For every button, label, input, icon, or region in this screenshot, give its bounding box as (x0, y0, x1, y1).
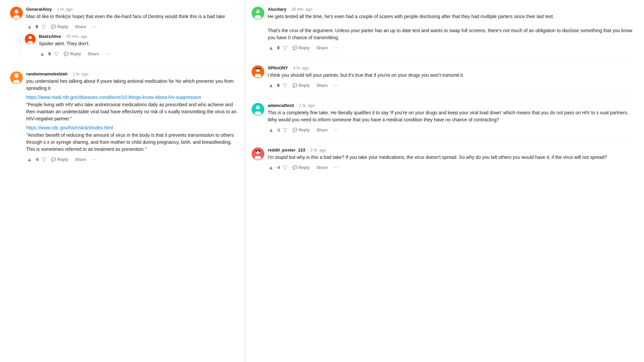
comment-adamcatford: adamcatford · 2 hr. ago This is a comple… (252, 103, 634, 134)
link1-random[interactable]: https://www.niaid.nih.gov/diseases-condi… (26, 95, 238, 100)
time-spooony: 4 hr. ago (293, 66, 309, 70)
username-adamcatford: adamcatford (268, 103, 294, 108)
quote2-random: "Another benefit of reducing the amount … (26, 132, 238, 153)
divider-right-1 (252, 58, 634, 59)
upvote-btn-spooony[interactable]: ▲ (268, 82, 274, 89)
comment-header-alucitary: Alucitary · 35 min. ago (268, 7, 634, 12)
comment-body-beatsAlive: BeatsAlive · 55 min. ago Spoiler alert. … (39, 34, 238, 58)
timestamp-generalAloy: · (54, 7, 55, 12)
username-redditposter: reddit_poster_123 (268, 147, 305, 153)
bubble-icon-beatsAlive: 💬 (64, 52, 69, 56)
downvote-btn-random[interactable]: ▽ (41, 156, 46, 163)
actions-beatsAlive: ▲ 6 ▽ 💬 Reply Share ··· (39, 50, 238, 58)
vote-section-beatsAlive: ▲ 6 ▽ (39, 50, 59, 58)
comment-header-random: randomnamebsblah · 1 hr. ago (26, 71, 238, 76)
upvote-btn-generalAloy[interactable]: ▲ (26, 23, 33, 31)
comment-thread-adamcatford: adamcatford · 2 hr. ago This is a comple… (252, 103, 634, 134)
bubble-icon-random: 💬 (51, 157, 56, 162)
divider-left (10, 64, 238, 65)
comment-redditposter: reddit_poster_123 · 2 hr. ago I'm stupid… (252, 147, 634, 171)
comment-thread-redditposter: reddit_poster_123 · 2 hr. ago I'm stupid… (252, 147, 634, 171)
avatar-generalAloy (10, 7, 23, 19)
share-btn-spooony[interactable]: Share (315, 82, 330, 89)
svg-point-14 (256, 10, 257, 11)
vote-section-random: ▲ -8 ▽ (26, 156, 46, 163)
share-btn-generalAloy[interactable]: Share (73, 23, 88, 31)
share-btn-beatsAlive[interactable]: Share (86, 50, 101, 58)
vote-section-generalAloy: ▲ 9 ▽ (26, 23, 46, 31)
username-random: randomnamebsblah (26, 71, 68, 76)
vote-count-redditposter: -4 (276, 165, 281, 170)
downvote-btn-alucitary[interactable]: ▽ (282, 44, 288, 52)
vote-count-random: -8 (34, 157, 40, 162)
text-redditposter: I'm stupid but why is this a bad take? I… (268, 154, 634, 161)
actions-adamcatford: ▲ -1 ▽ 💬 Reply Share ··· (268, 126, 634, 134)
reply-btn-spooony[interactable]: 💬 Reply (290, 82, 312, 89)
reply-btn-beatsAlive[interactable]: 💬 Reply (62, 50, 83, 58)
time-adamcatford: 2 hr. ago (299, 103, 315, 108)
comment-thread-random: randomnamebsblah · 1 hr. ago you underst… (10, 71, 238, 163)
share-btn-alucitary[interactable]: Share (315, 44, 330, 52)
downvote-btn-adamcatford[interactable]: ▽ (282, 126, 288, 134)
avatar-adamcatford (252, 103, 264, 116)
vote-count-beatsAlive: 6 (47, 52, 52, 56)
upvote-btn-alucitary[interactable]: ▲ (268, 44, 274, 52)
svg-point-23 (256, 106, 260, 110)
avatar-redditposter (252, 147, 264, 160)
reply-btn-generalAloy[interactable]: 💬 Reply (49, 23, 70, 31)
vote-count-adamcatford: -1 (276, 128, 281, 132)
upvote-btn-random[interactable]: ▲ (26, 156, 33, 163)
link2-random[interactable]: https://www.cdc.gov/hiv/risk/art/index.h… (26, 125, 238, 130)
text-generalAloy: Man Id like to think(or hope) that even … (26, 13, 238, 20)
vote-section-redditposter: ▲ -4 ▽ (268, 164, 288, 171)
comment-alucitary: Alucitary · 35 min. ago He gets tested a… (252, 7, 634, 52)
bubble-icon-redditposter: 💬 (292, 165, 298, 170)
more-btn-alucitary[interactable]: ··· (332, 44, 339, 52)
avatar-alucitary (252, 7, 264, 19)
downvote-btn-redditposter[interactable]: ▽ (282, 164, 288, 171)
avatar-beatsAlive (25, 34, 36, 45)
more-btn-beatsAlive[interactable]: ··· (104, 50, 111, 58)
vote-count-spooony: 9 (276, 83, 281, 88)
reply-btn-random[interactable]: 💬 Reply (49, 156, 70, 163)
svg-point-4 (17, 10, 18, 11)
divider-right-3 (252, 140, 634, 141)
actions-redditposter: ▲ -4 ▽ 💬 Reply Share ··· (268, 164, 634, 171)
upvote-btn-beatsAlive[interactable]: ▲ (39, 50, 46, 58)
comment-body-alucitary: Alucitary · 35 min. ago He gets tested a… (268, 7, 634, 52)
share-btn-random[interactable]: Share (73, 156, 88, 163)
svg-rect-30 (255, 150, 261, 151)
avatar-spooony (252, 65, 264, 78)
reply-btn-alucitary[interactable]: 💬 Reply (290, 44, 312, 52)
reply-btn-adamcatford[interactable]: 💬 Reply (290, 126, 312, 134)
comment-header-beatsAlive: BeatsAlive · 55 min. ago (39, 34, 238, 39)
comment-header-generalAloy: GeneralAloy · 1 hr. ago (26, 7, 238, 12)
username-beatsAlive: BeatsAlive (39, 34, 61, 39)
svg-point-15 (259, 10, 260, 11)
downvote-btn-spooony[interactable]: ▽ (282, 81, 288, 89)
time-beatsAlive: 55 min. ago (66, 34, 88, 39)
time-random: 1 hr. ago (73, 72, 89, 76)
more-btn-adamcatford[interactable]: ··· (332, 126, 339, 134)
reply-btn-redditposter[interactable]: 💬 Reply (290, 164, 312, 171)
downvote-btn-generalAloy[interactable]: ▽ (41, 23, 46, 31)
comment-body-redditposter: reddit_poster_123 · 2 hr. ago I'm stupid… (268, 147, 634, 171)
share-btn-adamcatford[interactable]: Share (315, 126, 330, 134)
comment-beatsAlive: BeatsAlive · 55 min. ago Spoiler alert. … (25, 34, 238, 58)
username-generalAloy: GeneralAloy (26, 7, 52, 12)
svg-point-1 (14, 10, 18, 14)
vote-section-adamcatford: ▲ -1 ▽ (268, 126, 288, 134)
vote-section-alucitary: ▲ 0 ▽ (268, 44, 288, 52)
comment-body-random: randomnamebsblah · 1 hr. ago you underst… (26, 71, 238, 163)
more-btn-generalAloy[interactable]: ··· (91, 23, 98, 31)
more-btn-redditposter[interactable]: ··· (332, 164, 339, 171)
downvote-btn-beatsAlive[interactable]: ▽ (54, 50, 59, 58)
more-btn-random[interactable]: ··· (91, 156, 98, 163)
svg-point-28 (256, 151, 257, 152)
upvote-btn-redditposter[interactable]: ▲ (268, 164, 274, 171)
comment-body-generalAloy: GeneralAloy · 1 hr. ago Man Id like to t… (26, 7, 238, 31)
share-btn-redditposter[interactable]: Share (315, 164, 330, 171)
upvote-btn-adamcatford[interactable]: ▲ (268, 126, 274, 134)
username-alucitary: Alucitary (268, 7, 286, 12)
more-btn-spooony[interactable]: ··· (332, 82, 339, 89)
